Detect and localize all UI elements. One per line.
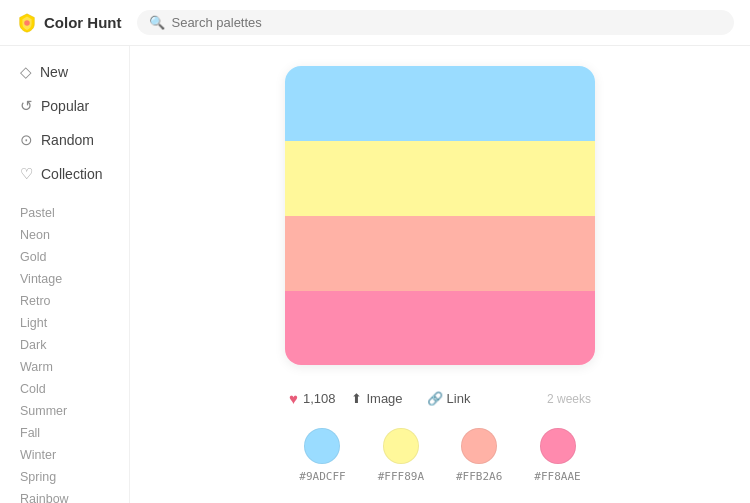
sidebar-nav-new[interactable]: ◇New	[12, 56, 129, 88]
swatch-circle	[461, 428, 497, 464]
swatch-hex: #FFB2A6	[456, 470, 502, 483]
popular-icon: ↺	[20, 97, 33, 115]
sidebar-tag-dark[interactable]: Dark	[12, 334, 129, 356]
heart-icon: ♥	[289, 390, 298, 407]
image-button[interactable]: ⬆ Image	[343, 387, 410, 410]
link-icon: 🔗	[427, 391, 443, 406]
swatch-circle	[304, 428, 340, 464]
sidebar-tag-winter[interactable]: Winter	[12, 444, 129, 466]
palette-actions: ♥ 1,108 ⬆ Image 🔗 Link 2 weeks	[285, 377, 595, 420]
content-area: ♥ 1,108 ⬆ Image 🔗 Link 2 weeks #9ADCFF #…	[130, 46, 750, 503]
image-label: Image	[366, 391, 402, 406]
image-icon: ⬆	[351, 391, 362, 406]
sidebar-tag-light[interactable]: Light	[12, 312, 129, 334]
swatch-circle	[540, 428, 576, 464]
sidebar-tag-rainbow[interactable]: Rainbow	[12, 488, 129, 503]
sidebar-nav-popular[interactable]: ↺Popular	[12, 90, 129, 122]
search-input[interactable]	[171, 15, 722, 30]
palette-card	[285, 66, 595, 365]
like-count: 1,108	[303, 391, 336, 406]
main-layout: ◇New↺Popular⊙Random♡Collection PastelNeo…	[0, 46, 750, 503]
time-label: 2 weeks	[547, 392, 591, 406]
search-icon: 🔍	[149, 15, 165, 30]
sidebar-tag-retro[interactable]: Retro	[12, 290, 129, 312]
sidebar-nav-label-new: New	[40, 64, 68, 80]
sidebar-tag-summer[interactable]: Summer	[12, 400, 129, 422]
swatch-FFF89A[interactable]: #FFF89A	[378, 428, 424, 483]
sidebar-nav-label-collection: Collection	[41, 166, 102, 182]
sidebar-tag-pastel[interactable]: Pastel	[12, 202, 129, 224]
random-icon: ⊙	[20, 131, 33, 149]
sidebar-tag-cold[interactable]: Cold	[12, 378, 129, 400]
swatch-9ADCFF[interactable]: #9ADCFF	[299, 428, 345, 483]
sidebar-tag-fall[interactable]: Fall	[12, 422, 129, 444]
sidebar-tag-vintage[interactable]: Vintage	[12, 268, 129, 290]
swatch-FFB2A6[interactable]: #FFB2A6	[456, 428, 502, 483]
link-button[interactable]: 🔗 Link	[419, 387, 479, 410]
swatch-hex: #FFF89A	[378, 470, 424, 483]
logo-icon	[16, 12, 38, 34]
sidebar: ◇New↺Popular⊙Random♡Collection PastelNeo…	[0, 46, 130, 503]
swatches-row: #9ADCFF #FFF89A #FFB2A6 #FF8AAE	[285, 428, 595, 483]
sidebar-nav-collection[interactable]: ♡Collection	[12, 158, 129, 190]
search-bar[interactable]: 🔍	[137, 10, 734, 35]
palette-strip	[285, 141, 595, 216]
swatch-hex: #FF8AAE	[534, 470, 580, 483]
logo-text: Color Hunt	[44, 14, 121, 31]
swatch-circle	[383, 428, 419, 464]
sidebar-nav-label-random: Random	[41, 132, 94, 148]
swatch-hex: #9ADCFF	[299, 470, 345, 483]
logo[interactable]: Color Hunt	[16, 12, 121, 34]
swatch-FF8AAE[interactable]: #FF8AAE	[534, 428, 580, 483]
svg-point-0	[24, 20, 30, 26]
palette-strip	[285, 291, 595, 365]
collection-icon: ♡	[20, 165, 33, 183]
header: Color Hunt 🔍	[0, 0, 750, 46]
sidebar-nav-label-popular: Popular	[41, 98, 89, 114]
link-label: Link	[447, 391, 471, 406]
sidebar-nav-random[interactable]: ⊙Random	[12, 124, 129, 156]
palette-strip	[285, 216, 595, 291]
sidebar-tag-spring[interactable]: Spring	[12, 466, 129, 488]
new-icon: ◇	[20, 63, 32, 81]
palette-strip	[285, 66, 595, 141]
sidebar-tag-gold[interactable]: Gold	[12, 246, 129, 268]
sidebar-tag-neon[interactable]: Neon	[12, 224, 129, 246]
sidebar-tag-warm[interactable]: Warm	[12, 356, 129, 378]
like-button[interactable]: ♥ 1,108	[289, 390, 335, 407]
